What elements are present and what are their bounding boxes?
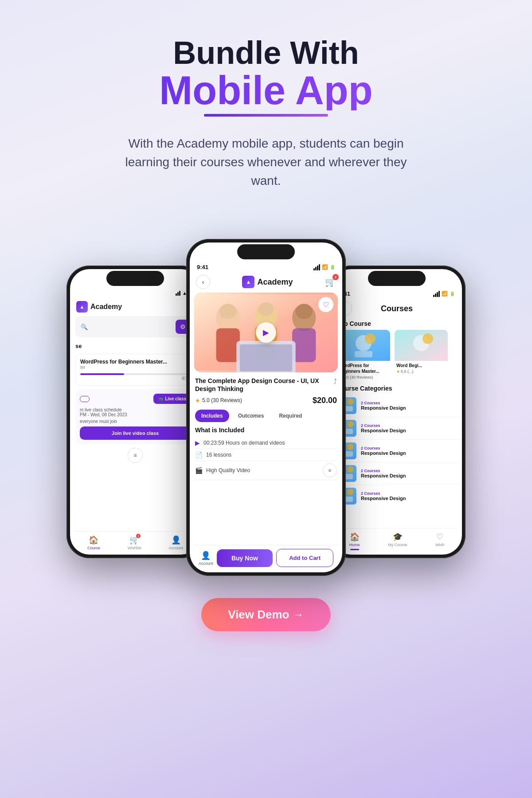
signal-icon xyxy=(176,291,180,296)
categories-label: Course Categories xyxy=(332,381,462,395)
more-options-icon[interactable]: ≡ xyxy=(128,448,143,463)
star-icon: ★ xyxy=(195,397,200,404)
nav-item-account-left[interactable]: 👤 Account xyxy=(169,535,184,550)
category-name-3: Responsive Design xyxy=(361,473,457,478)
nav-active-indicator xyxy=(350,549,359,550)
tab-includes[interactable]: Includes xyxy=(195,410,229,422)
progress-text: 4/10 xyxy=(80,376,190,381)
wishlist-badge: 2 xyxy=(136,534,141,538)
category-name-1: Responsive Design xyxy=(361,428,457,433)
category-item-2[interactable]: 2 Courses Responsive Design xyxy=(332,440,462,462)
left-search-bar[interactable]: 🔍 ⚙ xyxy=(75,316,195,337)
course-rating: ★ 5.0 (30 Reviews) xyxy=(195,397,242,404)
includes-section: What is Included ▶ 00:23:59 Hours on dem… xyxy=(190,425,342,482)
center-time: 9:41 xyxy=(197,264,208,270)
center-wifi-icon: 📶 xyxy=(322,264,328,270)
back-button-center[interactable]: ‹ xyxy=(196,275,210,289)
category-item-0[interactable]: 2 Courses Responsive Design xyxy=(332,395,462,417)
center-course-title: The Complete App Design Course - UI, UX … xyxy=(195,377,330,393)
video-icon: 📹 xyxy=(158,396,163,401)
nav-item-mycourse[interactable]: 🎓 My Course xyxy=(388,532,407,550)
left-app-header: ▲ Academy ⋮ xyxy=(70,298,200,316)
category-count-3: 2 Courses xyxy=(361,469,457,473)
tabs-row: Includes Outcomes Required xyxy=(190,407,342,425)
share-icon[interactable]: ⤴ xyxy=(333,378,337,386)
category-name-0: Responsive Design xyxy=(361,405,457,411)
course-info: The Complete App Design Course - UI, UX … xyxy=(190,372,342,407)
svg-point-20 xyxy=(347,399,353,405)
add-to-cart-button[interactable]: Add to Cart xyxy=(276,549,333,567)
wishlist-nav-icon-right: ♡ xyxy=(436,532,443,542)
include-item-0: ▶ 00:23:59 Hours on demand videos xyxy=(195,437,337,449)
center-signal-icon xyxy=(313,264,320,270)
mobile-app-text: Mobile App xyxy=(44,70,488,110)
nav-item-wishlist[interactable]: 🛒 2 Wishlist xyxy=(128,535,141,550)
center-phone-notch xyxy=(237,244,295,259)
live-class-button[interactable]: 📹 Live class xyxy=(153,394,191,404)
category-item-4[interactable]: 2 Courses Responsive Design xyxy=(332,485,462,507)
svg-rect-14 xyxy=(355,351,372,357)
include-item-2: 🎬 High Quality Video ≡ xyxy=(195,461,337,480)
account-label: Account xyxy=(199,561,213,566)
category-count-1: 2 Courses xyxy=(361,423,457,428)
top-course-label: Top Course xyxy=(332,319,462,330)
right-wifi-icon: 📶 xyxy=(442,291,448,297)
right-app-nav: ‹ Courses xyxy=(332,300,462,319)
course-thumb-img-1 xyxy=(395,330,448,361)
phone-center: 9:41 📶 🔋 ‹ ▲ Academy 🛒 2 xyxy=(186,239,346,576)
right-battery-icon: 🔋 xyxy=(450,291,455,296)
nav-item-wishlist-right[interactable]: ♡ Wish xyxy=(435,532,444,550)
live-schedule-2: PM - Wed, 08 Dec 2023 xyxy=(80,412,191,417)
video-hours-icon: ▶ xyxy=(195,439,200,446)
center-bottom-nav: 👤 Account Buy Now Add to Cart xyxy=(193,545,339,572)
right-bottom-nav: 🏠 Home 🎓 My Course ♡ Wish xyxy=(335,528,458,555)
category-count-0: 2 Courses xyxy=(361,401,457,405)
header-section: Bundle With Mobile App With the Academy … xyxy=(0,0,532,208)
thumb-illustration-1 xyxy=(395,330,448,361)
course-nav-icon: 🏠 xyxy=(89,535,98,545)
everyone-must-join: everyone must join xyxy=(80,419,191,424)
center-academy-logo: ▲ Academy xyxy=(242,276,293,288)
outline-btn[interactable] xyxy=(80,396,90,402)
progress-bar xyxy=(80,373,190,375)
course-price: $20.00 xyxy=(313,396,337,405)
left-phone-notch xyxy=(106,271,164,286)
bundle-text: Bundle With xyxy=(44,35,488,70)
tab-required[interactable]: Required xyxy=(273,410,308,422)
buy-now-button[interactable]: Buy Now xyxy=(217,549,273,567)
center-app-nav: ‹ ▲ Academy 🛒 2 xyxy=(190,273,342,293)
account-nav-center[interactable]: 👤 Account xyxy=(199,551,213,566)
join-live-button[interactable]: Join live video class xyxy=(80,426,191,440)
right-phone-notch xyxy=(368,271,426,286)
top-course-row: WordPress for Beginners Master... ★ 5.0 … xyxy=(332,330,462,381)
svg-point-29 xyxy=(347,466,353,473)
includes-section-title: What is Included xyxy=(195,426,337,434)
nav-item-home[interactable]: 🏠 Home xyxy=(349,532,360,550)
demo-section: View Demo → xyxy=(0,589,532,658)
cart-icon[interactable]: 🛒 2 xyxy=(325,277,336,287)
underline-decoration xyxy=(204,114,328,117)
left-phone-screen: ▲ ▬ ▲ Academy ⋮ 🔍 ⚙ se xyxy=(70,269,200,555)
course-meta: ★ 5.0 (30 Reviews) $20.00 xyxy=(195,396,337,405)
svg-point-15 xyxy=(365,333,376,344)
left-course-title: WordPress for Beginners Master... xyxy=(80,359,167,365)
live-class-section: 📹 Live class m live class schedule PM - … xyxy=(75,389,195,444)
nav-item-course[interactable]: 🏠 Course xyxy=(87,535,100,550)
heart-button[interactable]: ♡ xyxy=(318,297,333,312)
include-item-1: 📄 16 lessons xyxy=(195,449,337,461)
mycourse-nav-icon: 🎓 xyxy=(393,532,403,542)
phone-left: ▲ ▬ ▲ Academy ⋮ 🔍 ⚙ se xyxy=(66,266,204,558)
category-item-1[interactable]: 2 Courses Responsive Design xyxy=(332,417,462,440)
play-button[interactable]: ▶ xyxy=(256,322,276,343)
center-logo-icon: ▲ xyxy=(242,276,254,288)
left-course-subtitle: ter xyxy=(80,365,167,370)
svg-point-26 xyxy=(347,444,353,450)
view-demo-button[interactable]: View Demo → xyxy=(201,598,330,631)
tab-outcomes[interactable]: Outcomes xyxy=(232,410,270,422)
quality-icon: 🎬 xyxy=(195,467,203,474)
category-item-3[interactable]: 2 Courses Responsive Design xyxy=(332,462,462,485)
left-academy-logo: ▲ Academy xyxy=(76,301,122,313)
more-options-button[interactable]: ≡ xyxy=(323,463,337,477)
home-nav-icon: 🏠 xyxy=(350,532,360,542)
right-signal-icon xyxy=(433,291,440,297)
